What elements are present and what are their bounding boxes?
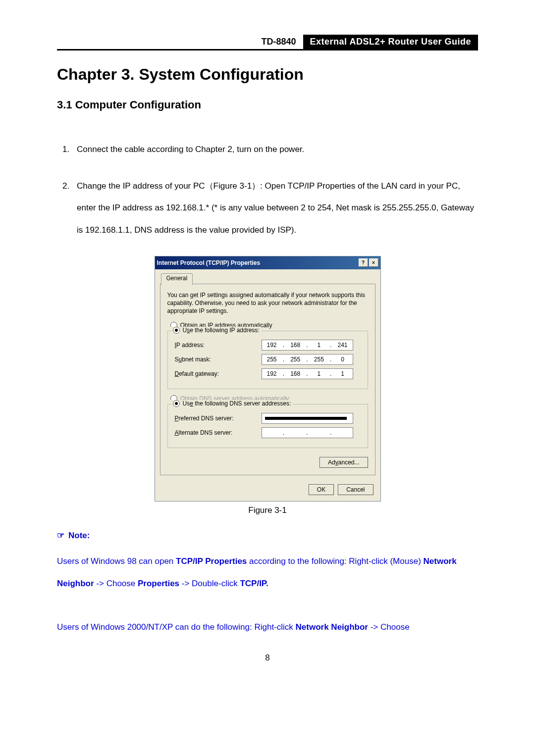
step-item: Change the IP address of your PC（Figure … xyxy=(72,175,478,241)
radio-icon xyxy=(173,400,180,407)
default-gateway-label: Default gateway: xyxy=(175,370,262,377)
note-body: Users of Windows 98 can open TCP/IP Prop… xyxy=(57,551,478,638)
subnet-mask-label: Subnet mask: xyxy=(175,356,262,363)
help-icon[interactable]: ? xyxy=(359,258,368,267)
step-item: Connect the cable according to Chapter 2… xyxy=(72,139,478,160)
ip-address-input[interactable]: 192. 168. 1. 241 xyxy=(262,340,353,351)
ip-group: Use the following IP address: IP address… xyxy=(167,331,368,389)
radio-use-dns[interactable]: Use the following DNS server addresses: xyxy=(171,400,293,407)
alternate-dns-label: Alternate DNS server: xyxy=(175,429,262,436)
dns-group: Use the following DNS server addresses: … xyxy=(167,404,368,448)
alternate-dns-input[interactable]: . . . xyxy=(262,427,353,438)
tcpip-dialog: Internet Protocol (TCP/IP) Properties ? … xyxy=(155,256,381,502)
header-title: External ADSL2+ Router User Guide xyxy=(303,35,478,49)
header-model: TD-8840 xyxy=(255,35,303,49)
ok-button[interactable]: OK xyxy=(309,484,334,495)
hand-icon: ☞ xyxy=(57,531,64,540)
default-gateway-input[interactable]: 192. 168. 1. 1 xyxy=(262,368,353,379)
subnet-mask-input[interactable]: 255. 255. 255. 0 xyxy=(262,354,353,365)
page-number: 8 xyxy=(57,653,478,663)
radio-label: Use the following DNS server addresses: xyxy=(183,400,291,407)
tab-strip: General xyxy=(160,273,375,284)
radio-icon xyxy=(173,327,180,334)
redacted-value xyxy=(265,417,347,420)
cancel-button[interactable]: Cancel xyxy=(338,484,373,495)
chapter-title: Chapter 3. System Configuration xyxy=(57,65,478,84)
section-title: 3.1 Computer Configuration xyxy=(57,99,478,111)
advanced-button[interactable]: Advanced... xyxy=(320,457,368,468)
note-header: ☞Note: xyxy=(57,530,478,541)
figure-caption: Figure 3-1 xyxy=(57,505,478,515)
dialog-title: Internet Protocol (TCP/IP) Properties xyxy=(157,259,358,266)
dialog-description: You can get IP settings assigned automat… xyxy=(167,291,368,315)
page-header: TD-8840 External ADSL2+ Router User Guid… xyxy=(57,35,478,50)
steps-list: Connect the cable according to Chapter 2… xyxy=(57,139,478,241)
tab-general[interactable]: General xyxy=(161,273,193,285)
preferred-dns-input[interactable] xyxy=(262,413,353,424)
radio-label: Use the following IP address: xyxy=(183,327,260,334)
dialog-titlebar: Internet Protocol (TCP/IP) Properties ? … xyxy=(155,256,380,269)
ip-address-label: IP address: xyxy=(175,342,262,349)
preferred-dns-label: Preferred DNS server: xyxy=(175,415,262,422)
close-icon[interactable]: × xyxy=(369,258,378,267)
radio-use-ip[interactable]: Use the following IP address: xyxy=(171,327,262,334)
